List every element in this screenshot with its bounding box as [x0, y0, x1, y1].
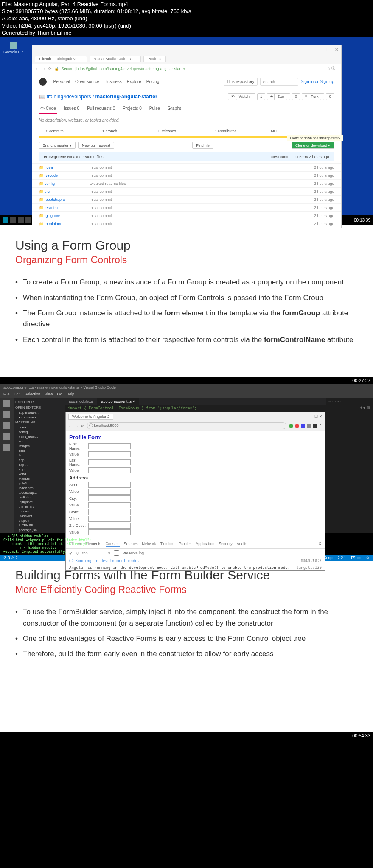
sidebar-item[interactable]: .htmlhintrc [15, 504, 63, 509]
file-row[interactable]: 📁 .vscodeinitial commit2 hours ago [32, 171, 341, 179]
filter-icon[interactable]: ▽ [76, 551, 79, 555]
devtab-application[interactable]: Application [196, 542, 214, 547]
tab-code[interactable]: <> Code [39, 103, 57, 114]
nav-link[interactable]: Business [104, 79, 122, 84]
sidebar-item[interactable]: .bootstrap… [15, 490, 63, 495]
text-input[interactable] [88, 451, 131, 457]
text-input[interactable] [88, 459, 131, 465]
menu-view[interactable]: View [45, 392, 53, 396]
sidebar-item[interactable]: node_mod… [15, 434, 63, 439]
file-row[interactable]: 📁 configtweaked readme files2 hours ago [32, 179, 341, 187]
nav-link[interactable]: Personal [53, 79, 70, 84]
find-file-button[interactable]: Find file [192, 142, 213, 149]
status-item[interactable]: ☺ [366, 556, 370, 560]
taskbar-item[interactable] [10, 217, 16, 223]
text-input[interactable] [88, 529, 131, 535]
sidebar-item[interactable]: app [15, 458, 63, 462]
tab-graphs[interactable]: Graphs [167, 103, 182, 114]
star-button[interactable]: ★ Star [267, 93, 290, 100]
menu-edit[interactable]: Edit [14, 392, 21, 396]
sidebar-item[interactable]: • app.comp… [15, 415, 63, 420]
status-item[interactable]: TypeScript [315, 556, 334, 560]
code-line[interactable]: import { FormControl, FormGroup } from '… [65, 405, 326, 411]
nav-link[interactable]: Explore [127, 79, 141, 84]
signin-link[interactable]: Sign in or Sign up [301, 79, 334, 84]
status-item[interactable]: Ln 7, Col 30 [246, 556, 266, 560]
url-text[interactable]: localhost:5000 [94, 423, 119, 428]
extensions-icon[interactable] [3, 444, 10, 451]
text-input[interactable] [88, 523, 131, 529]
browser-tab[interactable]: Welcome to Angular 2 [68, 414, 113, 420]
status-errors[interactable]: ⊘ 0 ⚠ 2 [3, 556, 18, 560]
ext-icon[interactable] [289, 424, 293, 428]
stat-commits[interactable]: 2 commits [46, 129, 102, 133]
menu-file[interactable]: File [3, 392, 10, 396]
sidebar-item[interactable]: main.ts [15, 476, 63, 481]
devtab-profiles[interactable]: Profiles [179, 542, 191, 547]
search-input[interactable] [260, 78, 298, 86]
sidebar-item[interactable]: scss [15, 448, 63, 453]
git-icon[interactable] [3, 422, 10, 429]
nav-link[interactable]: Pricing [146, 79, 160, 84]
status-item[interactable]: TSLint [351, 556, 362, 560]
editor-tab[interactable]: app.module.ts [65, 398, 97, 405]
breadcrumb-owner[interactable]: training4developers [47, 94, 91, 100]
tab-issues[interactable]: Issues 0 [63, 103, 80, 114]
file-row[interactable]: 📁 .bootstraprcinitial commit2 hours ago [32, 195, 341, 203]
text-input[interactable] [88, 489, 131, 495]
sidebar-item[interactable]: app… [15, 467, 63, 472]
sidebar-item[interactable]: package.jso… [15, 528, 63, 532]
text-input[interactable] [88, 516, 131, 522]
menu-go[interactable]: Go [57, 392, 62, 396]
text-input[interactable] [88, 443, 131, 449]
sidebar-item[interactable]: app.module… [15, 410, 63, 415]
ext-icon[interactable] [295, 424, 299, 428]
browser-tab[interactable]: Node.js [143, 56, 166, 62]
sidebar-item[interactable]: polyfil… [15, 481, 63, 486]
clear-icon[interactable]: ⊘ [69, 551, 73, 555]
reload-icon[interactable]: ⟳ [48, 67, 52, 71]
status-item[interactable]: UTF-8 [292, 556, 303, 560]
file-row[interactable]: 📁 .gitignoreinitial commit2 hours ago [32, 211, 341, 220]
status-item[interactable]: 2.2.1 [338, 556, 346, 560]
sidebar-item[interactable]: dll.json [15, 518, 63, 523]
sidebar-item[interactable]: vend… [15, 472, 63, 476]
forward-icon[interactable]: → [42, 67, 46, 71]
ext-icon[interactable] [301, 424, 305, 428]
devtab-timeline[interactable]: Timeline [160, 542, 175, 547]
text-input[interactable] [88, 502, 131, 508]
recycle-bin-icon[interactable]: Recycle Bin [3, 42, 24, 54]
menu-selection[interactable]: Selection [25, 392, 40, 396]
reload-icon[interactable]: ⟳ [81, 424, 84, 428]
back-icon[interactable]: ← [68, 424, 72, 428]
text-input[interactable] [88, 509, 131, 515]
new-pr-button[interactable]: New pull request [78, 142, 114, 149]
tab-pulls[interactable]: Pull requests 0 [86, 103, 116, 114]
file-row[interactable]: 📁 .ideainitial commit2 hours ago [32, 163, 341, 171]
ext-icon[interactable] [307, 424, 311, 428]
ext-icon[interactable] [313, 424, 317, 428]
branch-selector[interactable]: Branch: master ▾ [39, 142, 76, 149]
devtab-audits[interactable]: Audits [237, 542, 247, 547]
commit-hash[interactable]: Latest commit bcc6994 2 hours ago [269, 155, 329, 159]
context-selector[interactable]: top [82, 551, 88, 555]
maximize-icon[interactable]: ☐ [326, 47, 331, 53]
open-editors-label[interactable]: OPEN EDITORS [15, 405, 63, 410]
taskbar-item[interactable] [18, 217, 24, 223]
forward-icon[interactable]: → [75, 424, 79, 428]
breadcrumb-repo[interactable]: mastering-angular-starter [95, 94, 157, 100]
nav-link[interactable]: Open source [75, 79, 99, 84]
fork-button[interactable]: ⑂ Fork [302, 93, 325, 100]
back-icon[interactable]: ← [36, 67, 39, 71]
log-source[interactable]: lang.ts:130 [296, 565, 322, 570]
menu-help[interactable]: Help [66, 392, 74, 396]
debug-icon[interactable] [3, 433, 10, 440]
devtab-elements[interactable]: Elements [85, 542, 101, 547]
close-icon[interactable]: ✕ [335, 47, 339, 53]
sidebar-item[interactable]: config [15, 430, 63, 434]
sidebar-item[interactable]: LICENSE [15, 523, 63, 528]
sidebar-item[interactable]: ts [15, 453, 63, 458]
tab-pulse[interactable]: Pulse [149, 103, 161, 114]
clone-button[interactable]: Clone or download ▾ [292, 142, 334, 149]
stat-license[interactable]: MIT [271, 129, 327, 133]
